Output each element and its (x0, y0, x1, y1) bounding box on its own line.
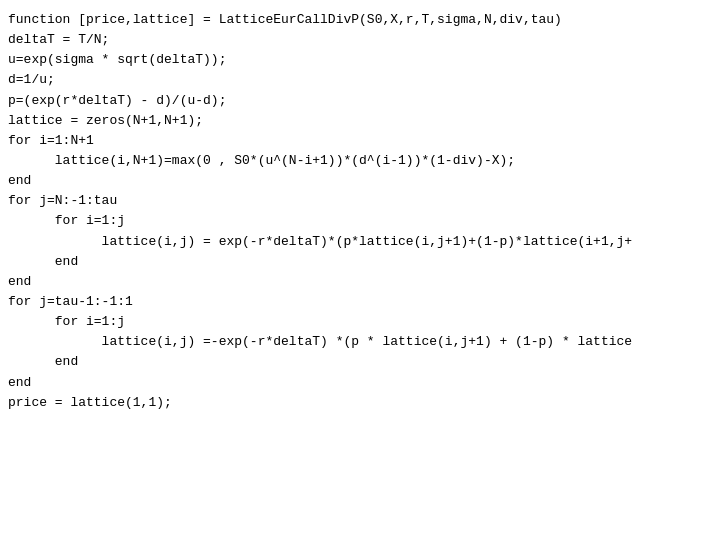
code-line: d=1/u; (8, 70, 712, 90)
code-line: for i=1:j (8, 211, 712, 231)
code-line: end (8, 352, 712, 372)
code-block: function [price,lattice] = LatticeEurCal… (0, 0, 720, 423)
code-line: p=(exp(r*deltaT) - d)/(u-d); (8, 91, 712, 111)
code-line: end (8, 171, 712, 191)
code-line: price = lattice(1,1); (8, 393, 712, 413)
code-line: lattice(i,j) = exp(-r*deltaT)*(p*lattice… (8, 232, 712, 252)
code-line: lattice(i,j) =-exp(-r*deltaT) *(p * latt… (8, 332, 712, 352)
code-line: deltaT = T/N; (8, 30, 712, 50)
code-line: end (8, 252, 712, 272)
code-line: u=exp(sigma * sqrt(deltaT)); (8, 50, 712, 70)
code-line: for i=1:N+1 (8, 131, 712, 151)
code-line: end (8, 272, 712, 292)
code-line: end (8, 373, 712, 393)
code-line: lattice(i,N+1)=max(0 , S0*(u^(N-i+1))*(d… (8, 151, 712, 171)
code-line: function [price,lattice] = LatticeEurCal… (8, 10, 712, 30)
code-line: for i=1:j (8, 312, 712, 332)
code-line: lattice = zeros(N+1,N+1); (8, 111, 712, 131)
code-line: for j=tau-1:-1:1 (8, 292, 712, 312)
code-line: for j=N:-1:tau (8, 191, 712, 211)
